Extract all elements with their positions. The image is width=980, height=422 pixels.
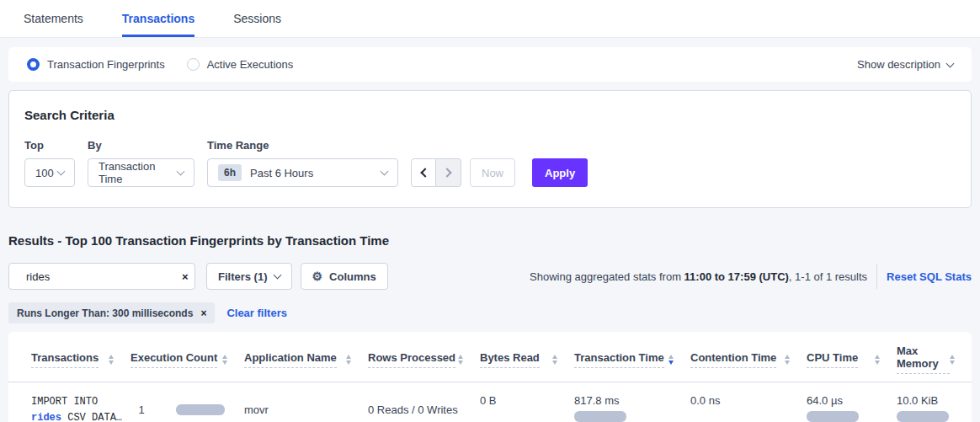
stats-time-range: 11:00 to 17:59 (UTC) [684, 270, 789, 283]
cell-max-memory: 10.0 KiB [897, 382, 972, 422]
tab-transactions[interactable]: Transactions [122, 0, 194, 37]
contention-time-value: 0.0 ns [690, 394, 795, 407]
show-description-toggle[interactable]: Show description [857, 58, 953, 71]
column-header-transactions[interactable]: Transactions [31, 332, 130, 382]
transaction-time-value: 817.8 ms [574, 394, 679, 407]
next-window-button[interactable] [436, 158, 461, 187]
sort-icon [785, 355, 790, 365]
cell-execution-count: 1 [130, 382, 244, 422]
transactions-table: Transactions Execution Count Application… [8, 332, 972, 422]
by-select-value: Transaction Time [99, 160, 178, 185]
clear-search-icon[interactable]: × [182, 271, 189, 282]
filters-button-label: Filters (1) [218, 270, 268, 283]
rows-processed-value: 0 Reads / 0 Writes [368, 403, 468, 416]
top-field-group: Top 100 [24, 139, 88, 187]
previous-window-button[interactable] [411, 158, 436, 187]
column-header-label: CPU Time [807, 351, 858, 368]
chevron-down-icon [57, 168, 66, 176]
tab-statements[interactable]: Statements [24, 0, 83, 37]
tab-sessions[interactable]: Sessions [233, 0, 281, 37]
column-header-label: Rows Processed [368, 351, 455, 368]
chevron-left-icon [420, 168, 429, 177]
sort-icon [109, 355, 114, 365]
reset-sql-stats-link[interactable]: Reset SQL Stats [887, 270, 972, 283]
time-range-field-group: Time Range 6h Past 6 Hours [207, 139, 411, 187]
sort-icon [346, 355, 351, 365]
active-filters-row: Runs Longer Than: 300 milliseconds × Cle… [8, 302, 972, 323]
transaction-time-bar [574, 411, 626, 422]
search-box: × [8, 263, 195, 290]
query-line-2: rides CSV DATA… [31, 410, 119, 422]
cell-transaction-query[interactable]: IMPORT INTO rides CSV DATA… [31, 382, 130, 422]
search-criteria-panel: Search Criteria Top 100 By Transaction T… [8, 90, 972, 208]
column-header-execution-count[interactable]: Execution Count [130, 332, 244, 382]
radio-unselected-icon [187, 58, 200, 71]
column-header-transaction-time[interactable]: Transaction Time [574, 332, 690, 382]
divider [876, 264, 877, 289]
chevron-down-icon [946, 59, 955, 67]
filters-button[interactable]: Filters (1) [206, 263, 292, 290]
remove-filter-icon[interactable]: × [200, 307, 206, 319]
by-label: By [88, 139, 207, 152]
columns-button[interactable]: ⚙ Columns [301, 263, 388, 290]
search-criteria-controls: Top 100 By Transaction Time Time Range 6… [24, 139, 956, 187]
view-toggle-bar: Transaction Fingerprints Active Executio… [8, 47, 972, 82]
column-header-label: Max Memory [897, 345, 950, 374]
top-select[interactable]: 100 [24, 158, 75, 187]
radio-label: Transaction Fingerprints [47, 58, 165, 71]
clear-filters-link[interactable]: Clear filters [226, 307, 287, 319]
transaction-fingerprint-link[interactable]: rides [31, 412, 61, 422]
by-select[interactable]: Transaction Time [88, 158, 194, 187]
radio-transaction-fingerprints[interactable]: Transaction Fingerprints [27, 58, 165, 71]
column-header-label: Bytes Read [480, 351, 540, 368]
top-select-value: 100 [35, 167, 54, 179]
execution-count-value: 1 [138, 403, 144, 416]
time-range-value: Past 6 Hours [250, 167, 313, 179]
search-criteria-title: Search Criteria [24, 108, 956, 122]
sort-icon [458, 355, 463, 365]
sort-icon [950, 355, 955, 365]
filter-chip: Runs Longer Than: 300 milliseconds × [8, 302, 215, 323]
time-range-select[interactable]: 6h Past 6 Hours [207, 158, 398, 187]
cell-contention-time: 0.0 ns [690, 382, 807, 422]
columns-button-label: Columns [329, 270, 376, 283]
time-window-arrows [411, 158, 461, 187]
query-line-1: IMPORT INTO [31, 394, 119, 410]
query-line-2-rest: CSV DATA… [61, 412, 122, 422]
cell-transaction-time: 817.8 ms [574, 382, 690, 422]
column-header-label: Transactions [31, 351, 99, 368]
column-header-application-name[interactable]: Application Name [244, 332, 368, 382]
radio-selected-icon [27, 58, 40, 71]
gear-icon: ⚙ [312, 270, 323, 283]
stats-suffix: , 1-1 of 1 results [789, 270, 867, 283]
column-header-bytes-read[interactable]: Bytes Read [480, 332, 574, 382]
now-button[interactable]: Now [470, 158, 515, 187]
column-header-label: Execution Count [130, 351, 217, 368]
sort-icon [222, 355, 227, 365]
cpu-time-value: 64.0 µs [807, 394, 885, 407]
cell-rows-processed: 0 Reads / 0 Writes [368, 382, 480, 422]
results-heading: Results - Top 100 Transaction Fingerprin… [8, 233, 972, 248]
column-header-rows-processed[interactable]: Rows Processed [368, 332, 480, 382]
cell-cpu-time: 64.0 µs [807, 382, 897, 422]
max-memory-bar [897, 411, 949, 422]
time-range-label: Time Range [207, 139, 411, 152]
top-label: Top [24, 139, 88, 152]
radio-label: Active Executions [207, 58, 294, 71]
table-row: IMPORT INTO rides CSV DATA… 1 movr 0 Rea… [8, 382, 972, 422]
radio-active-executions[interactable]: Active Executions [187, 58, 294, 71]
by-field-group: By Transaction Time [88, 139, 207, 187]
search-input[interactable] [26, 270, 174, 283]
filter-chip-label: Runs Longer Than: 300 milliseconds [17, 307, 193, 319]
stats-prefix: Showing aggregated stats from [530, 270, 684, 283]
results-toolbar: × Filters (1) ⚙ Columns Showing aggregat… [8, 263, 972, 290]
sort-icon [552, 355, 557, 365]
chevron-right-icon [442, 168, 451, 177]
column-header-contention-time[interactable]: Contention Time [690, 332, 807, 382]
column-header-cpu-time[interactable]: CPU Time [807, 332, 897, 382]
column-header-max-memory[interactable]: Max Memory [897, 332, 972, 382]
table-header-row: Transactions Execution Count Application… [8, 332, 972, 382]
sort-icon [875, 355, 880, 365]
chevron-down-icon [381, 168, 389, 176]
apply-button[interactable]: Apply [532, 158, 588, 187]
